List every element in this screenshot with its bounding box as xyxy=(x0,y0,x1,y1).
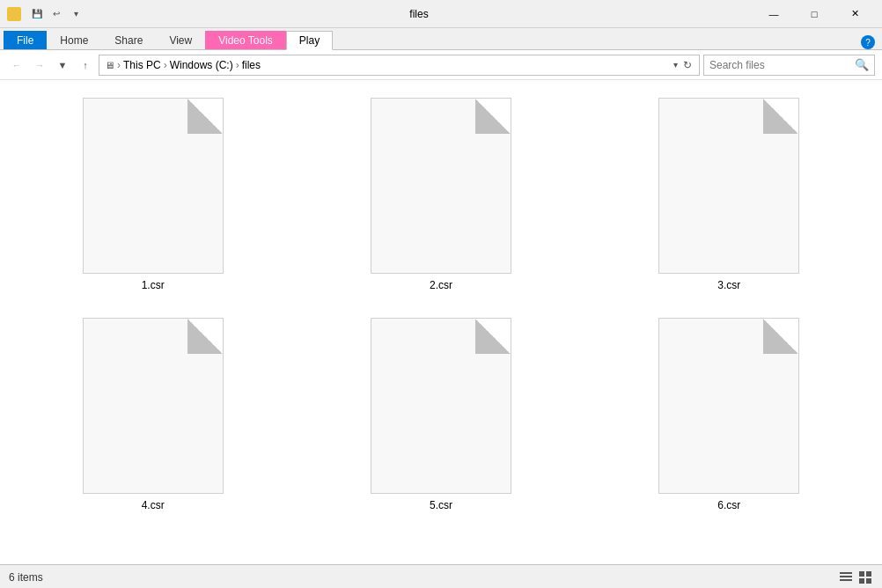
qa-undo[interactable]: ↩ xyxy=(48,5,65,23)
help-button[interactable]: ? xyxy=(861,35,875,49)
forward-button[interactable]: → xyxy=(30,55,49,75)
view-controls xyxy=(838,570,873,585)
file-name: 5.csr xyxy=(430,499,452,511)
view-large-icons-button[interactable] xyxy=(857,570,873,585)
tab-file[interactable]: File xyxy=(4,31,47,49)
svg-rect-0 xyxy=(840,572,852,574)
list-item[interactable]: 6.csr xyxy=(658,318,799,511)
up-button[interactable]: ↑ xyxy=(76,55,95,75)
tab-share[interactable]: Share xyxy=(101,31,156,49)
status-bar: 6 items xyxy=(0,564,882,588)
svg-rect-5 xyxy=(859,578,864,584)
file-icon xyxy=(371,98,511,274)
folder-icon xyxy=(7,7,21,21)
address-path: 🖥 › This PC › Windows (C:) › files xyxy=(105,59,670,71)
svg-rect-4 xyxy=(866,571,871,577)
back-button[interactable]: ← xyxy=(7,55,26,75)
file-name: 6.csr xyxy=(717,499,740,511)
window-title: files xyxy=(85,8,753,20)
path-this-pc[interactable]: This PC xyxy=(123,59,161,71)
title-bar-left: 💾 ↩ ▾ xyxy=(7,5,85,23)
file-name: 1.csr xyxy=(142,279,165,291)
quick-access: 💾 ↩ ▾ xyxy=(28,5,85,23)
list-item[interactable]: 3.csr xyxy=(658,98,799,291)
list-item[interactable]: 4.csr xyxy=(83,318,224,511)
search-icon: 🔍 xyxy=(855,58,869,71)
list-item[interactable]: 5.csr xyxy=(371,318,511,511)
svg-rect-1 xyxy=(840,576,852,577)
file-icon xyxy=(83,318,224,494)
item-count: 6 items xyxy=(9,571,43,584)
search-box[interactable]: 🔍 xyxy=(703,55,875,76)
refresh-button[interactable]: ↻ xyxy=(681,59,694,71)
minimize-button[interactable]: — xyxy=(753,0,794,28)
window-controls: — □ ✕ xyxy=(753,0,875,28)
ribbon: File Home Share View Video Tools Play ? xyxy=(0,28,882,50)
svg-rect-6 xyxy=(866,578,871,584)
svg-rect-2 xyxy=(840,579,852,581)
recent-button[interactable]: ▼ xyxy=(53,55,72,75)
tab-view[interactable]: View xyxy=(156,31,205,49)
breadcrumb-computer-icon: 🖥 xyxy=(105,60,114,70)
file-name: 2.csr xyxy=(430,279,452,291)
file-name: 3.csr xyxy=(717,279,740,291)
nav-bar: ← → ▼ ↑ 🖥 › This PC › Windows (C:) › fil… xyxy=(0,50,882,80)
file-grid: 1.csr2.csr3.csr4.csr5.csr6.csr xyxy=(26,98,856,511)
path-files[interactable]: files xyxy=(242,59,261,71)
file-icon xyxy=(83,98,224,274)
path-windows-c[interactable]: Windows (C:) xyxy=(170,59,233,71)
title-bar: 💾 ↩ ▾ files — □ ✕ xyxy=(0,0,882,28)
address-bar[interactable]: 🖥 › This PC › Windows (C:) › files ▾ ↻ xyxy=(99,55,700,76)
qa-dropdown[interactable]: ▾ xyxy=(67,5,85,23)
list-item[interactable]: 2.csr xyxy=(371,98,511,291)
file-name: 4.csr xyxy=(142,499,165,511)
file-icon xyxy=(658,98,799,274)
search-input[interactable] xyxy=(709,59,851,71)
tab-home[interactable]: Home xyxy=(47,31,101,49)
maximize-button[interactable]: □ xyxy=(794,0,834,28)
file-icon xyxy=(658,318,799,494)
ribbon-tabs: File Home Share View Video Tools Play ? xyxy=(0,28,882,49)
file-icon xyxy=(371,318,511,494)
qa-save[interactable]: 💾 xyxy=(28,5,46,23)
view-details-button[interactable] xyxy=(838,570,854,585)
svg-rect-3 xyxy=(859,571,864,577)
tab-video-tools[interactable]: Video Tools xyxy=(205,31,286,49)
list-item[interactable]: 1.csr xyxy=(83,98,224,291)
close-button[interactable]: ✕ xyxy=(834,0,875,28)
address-dropdown-button[interactable]: ▾ xyxy=(673,60,678,70)
tab-play[interactable]: Play xyxy=(286,31,333,50)
file-area: 1.csr2.csr3.csr4.csr5.csr6.csr xyxy=(0,80,882,564)
